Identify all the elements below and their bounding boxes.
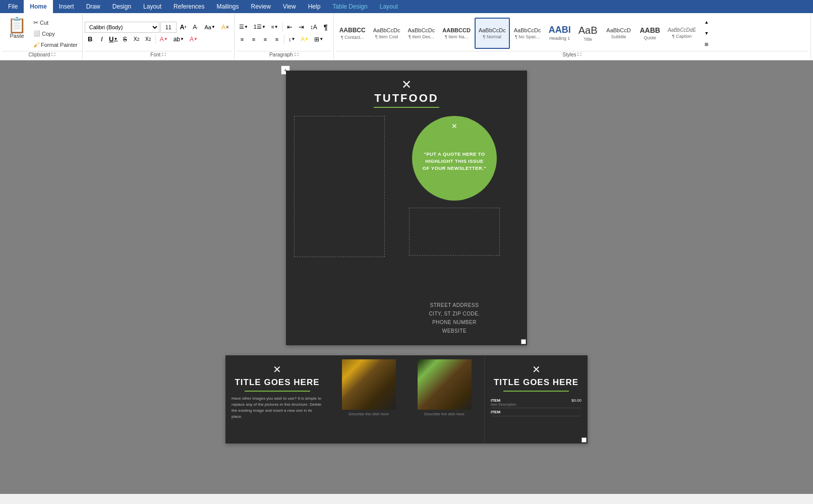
quote-circle-icon: ✕: [451, 122, 457, 130]
style-quote[interactable]: AABB Quote: [636, 18, 663, 49]
style-item-desc[interactable]: AaBbCcDc ¶ Item Des...: [404, 18, 438, 49]
style-item-cost[interactable]: AaBbCcDc ¶ Item Cost: [370, 18, 404, 49]
text-highlight-button[interactable]: A▼: [187, 34, 200, 45]
style-heading1-preview: AABl: [549, 25, 571, 35]
copy-button[interactable]: ⬜ Copy: [31, 28, 80, 39]
paste-icon: 📋: [8, 18, 26, 33]
underline-button[interactable]: U▼: [108, 34, 119, 45]
multilevel-list-button[interactable]: ≡▼: [269, 22, 281, 33]
style-contact[interactable]: AABBCC ¶ Contact...: [336, 18, 369, 49]
sort-button[interactable]: ↕A: [308, 22, 320, 33]
left-image-placeholder: [294, 116, 385, 257]
show-formatting-button[interactable]: ¶: [320, 22, 331, 33]
style-item-name-preview: AABBCCD: [442, 27, 471, 33]
strikethrough-button[interactable]: S: [120, 34, 131, 45]
style-item-name-label: ¶ Item Na...: [445, 34, 468, 39]
styles-scroll-up[interactable]: ▲: [701, 17, 712, 27]
font-expand-icon[interactable]: ⛶: [162, 52, 166, 57]
tab-file[interactable]: File: [2, 0, 24, 13]
border-button[interactable]: ⊞▼: [312, 34, 326, 45]
style-item-desc-preview: AaBbCcDc: [408, 27, 435, 33]
style-item-cost-preview: AaBbCcDc: [373, 27, 400, 33]
style-no-spacing-label: ¶ No Spac...: [515, 34, 540, 39]
style-subtitle[interactable]: AaBbCcD Subtitle: [601, 18, 635, 49]
font-family-select[interactable]: Calibri (Body): [85, 22, 159, 33]
style-no-spacing-preview: AaBbCcDc: [514, 27, 541, 33]
style-normal[interactable]: AaBbCcDc ¶ Normal: [475, 18, 510, 49]
page2-right-title: TITLE GOES HERE: [491, 377, 582, 388]
shading-button[interactable]: A▼: [298, 34, 311, 45]
change-case-button[interactable]: Aa▼: [202, 22, 218, 33]
tab-draw[interactable]: Draw: [80, 0, 106, 13]
increase-indent-button[interactable]: ⇥: [296, 22, 307, 33]
style-normal-preview: AaBbCcDc: [479, 27, 506, 33]
tab-references[interactable]: References: [167, 0, 210, 13]
numbered-list-button[interactable]: 1☰▼: [251, 22, 268, 33]
align-right-button[interactable]: ≡: [260, 34, 271, 45]
styles-expand[interactable]: ⊞: [701, 39, 712, 49]
format-painter-button[interactable]: 🖌 Format Painter: [31, 39, 80, 50]
styles-expand-icon[interactable]: ⛶: [577, 52, 582, 57]
paragraph-group-label: Paragraph: [269, 52, 293, 57]
style-title[interactable]: AaB Title: [575, 18, 601, 49]
font-group-label: Font: [150, 52, 160, 57]
tab-help[interactable]: Help: [302, 0, 327, 13]
style-subtitle-preview: AaBbCcD: [606, 27, 630, 33]
line-spacing-button[interactable]: ↕▼: [286, 34, 298, 45]
style-item-name[interactable]: AABBCCD ¶ Item Na...: [439, 18, 474, 49]
tab-review[interactable]: Review: [245, 0, 277, 13]
cut-button[interactable]: ✂ Cut: [31, 17, 80, 28]
style-heading1-label: Heading 1: [549, 36, 570, 41]
paste-label: Paste: [10, 33, 24, 39]
menu-item-1-name: ITEM: [491, 398, 516, 403]
tab-home[interactable]: Home: [24, 0, 52, 13]
menu-item-1-desc: Item Description: [491, 403, 516, 406]
food-caption-2: Describe the dish here: [424, 412, 464, 416]
style-item-desc-label: ¶ Item Des...: [409, 34, 434, 39]
font-size-increase-button[interactable]: A+: [178, 22, 189, 33]
brand-name: TUTFOOD: [374, 92, 438, 105]
clipboard-expand-icon[interactable]: ⛶: [51, 52, 55, 57]
tab-mailings[interactable]: Mailings: [210, 0, 245, 13]
paste-button[interactable]: 📋 Paste: [4, 16, 30, 50]
tab-layout[interactable]: Layout: [137, 0, 167, 13]
quote-circle: ✕ "PUT A QUOTE HERE TO HIGHLIGHT THIS IS…: [412, 116, 497, 201]
page2-left-desc: Have other images you wish to use? It is…: [231, 396, 323, 420]
align-center-button[interactable]: ≡: [248, 34, 259, 45]
style-no-spacing[interactable]: AaBbCcDc ¶ No Spac...: [510, 18, 545, 49]
bullet-list-button[interactable]: ☰▼: [237, 22, 251, 33]
style-caption[interactable]: AaBbCcDdE ¶ Caption: [664, 18, 700, 49]
resize-handle[interactable]: [521, 339, 526, 344]
food-image-2-container: Describe the dish here: [406, 359, 482, 439]
cut-icon: ✂: [33, 19, 38, 26]
superscript-button[interactable]: X2: [143, 34, 154, 45]
italic-button[interactable]: I: [96, 34, 107, 45]
tab-insert[interactable]: Insert: [53, 0, 80, 13]
resize-handle-page2[interactable]: [582, 437, 587, 443]
font-color-button[interactable]: A▼: [157, 34, 170, 45]
style-heading1[interactable]: AABl Heading 1: [545, 18, 574, 49]
paragraph-expand-icon[interactable]: ⛶: [295, 52, 299, 57]
subscript-button[interactable]: X2: [131, 34, 142, 45]
tab-design[interactable]: Design: [106, 0, 137, 13]
justify-button[interactable]: ≡: [271, 34, 282, 45]
align-left-button[interactable]: ≡: [237, 34, 248, 45]
clear-formatting-button[interactable]: A✕: [219, 22, 232, 33]
menu-item-1: ITEM Item Description $0.00: [491, 397, 582, 408]
copy-label: Copy: [42, 31, 55, 37]
food-image-2: [418, 359, 472, 410]
brand-underline: [374, 107, 439, 108]
style-title-preview: AaB: [578, 25, 598, 36]
tab-table-design[interactable]: Table Design: [326, 0, 373, 13]
styles-group-label: Styles: [562, 52, 576, 57]
font-size-decrease-button[interactable]: A-: [190, 22, 201, 33]
tab-view[interactable]: View: [277, 0, 302, 13]
tab-layout2[interactable]: Layout: [374, 0, 404, 13]
bold-button[interactable]: B: [85, 34, 96, 45]
format-painter-label: Format Painter: [41, 42, 78, 48]
menu-item-2-name: ITEM: [491, 410, 500, 414]
highlight-button[interactable]: ab▼: [171, 34, 187, 45]
decrease-indent-button[interactable]: ⇤: [284, 22, 296, 33]
styles-scroll-down[interactable]: ▼: [701, 28, 712, 38]
font-size-input[interactable]: [160, 22, 177, 33]
